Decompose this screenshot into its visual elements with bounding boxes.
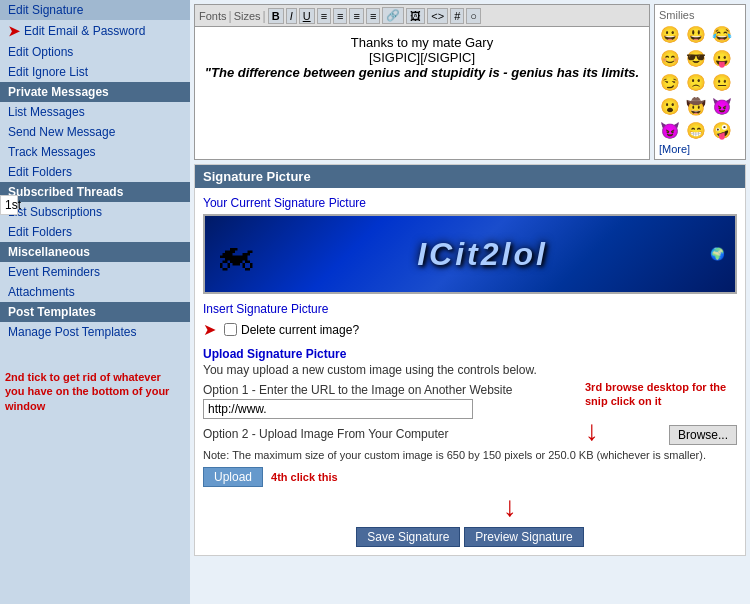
- delete-row: ➤ Delete current image?: [203, 320, 737, 339]
- smiley-1[interactable]: 😀: [659, 23, 681, 45]
- signature-preview: 🏍 ICit2lol 🌍: [203, 214, 737, 294]
- smiley-9[interactable]: 😐: [711, 71, 733, 93]
- misc-button[interactable]: ○: [466, 8, 481, 24]
- indent-button[interactable]: ≡: [349, 8, 363, 24]
- signature-picture-content: Your Current Signature Picture 🏍 ICit2lo…: [195, 188, 745, 555]
- sidebar-item-edit-ignore[interactable]: Edit Ignore List: [0, 62, 190, 82]
- smiley-8[interactable]: 🙁: [685, 71, 707, 93]
- option2-label: Option 2 - Upload Image From Your Comput…: [203, 427, 448, 441]
- sidebar-section-subscribed-threads: Subscribed Threads: [0, 182, 190, 202]
- image-button[interactable]: 🖼: [406, 8, 425, 24]
- annotation-fourth: 4th click this: [271, 471, 338, 483]
- source-button[interactable]: #: [450, 8, 464, 24]
- sig-line2: [SIGPIC][/SIGPIC]: [203, 50, 641, 65]
- sidebar-item-track-messages[interactable]: Track Messages: [0, 142, 190, 162]
- sidebar-item-attachments[interactable]: Attachments: [0, 282, 190, 302]
- upload-title: Upload Signature Picture: [203, 347, 737, 361]
- smiley-6[interactable]: 😛: [711, 47, 733, 69]
- note-text: Note: The maximum size of your custom im…: [203, 449, 737, 461]
- sidebar-item-event-reminders[interactable]: Event Reminders: [0, 262, 190, 282]
- save-row: Save Signature Preview Signature: [203, 527, 737, 547]
- sizes-label: Sizes: [234, 10, 261, 22]
- preview-signature-button[interactable]: Preview Signature: [464, 527, 583, 547]
- editor-toolbar: Fonts | Sizes | B I U ≡ ≡ ≡ ≡ 🔗 🖼 <> # ○: [195, 5, 649, 27]
- down-arrow-icon: ↓: [503, 491, 517, 523]
- delete-arrow-icon: ➤: [203, 320, 216, 339]
- upload-desc: You may upload a new custom image using …: [203, 363, 737, 377]
- sidebar-item-edit-signature[interactable]: Edit Signature: [0, 0, 190, 20]
- outdent-button[interactable]: ≡: [366, 8, 380, 24]
- globe-icon: 🌍: [710, 247, 725, 261]
- editor-content[interactable]: Thanks to my mate Gary [SIGPIC][/SIGPIC]…: [195, 27, 649, 107]
- annotation-third: 3rd browse desktop for the snip click on…: [585, 380, 745, 449]
- smiley-3[interactable]: 😂: [711, 23, 733, 45]
- url-input[interactable]: [203, 399, 473, 419]
- sig-quote: "The difference between genius and stupi…: [203, 65, 641, 80]
- upload-button[interactable]: Upload: [203, 467, 263, 487]
- signature-picture-section: Signature Picture Your Current Signature…: [194, 164, 746, 556]
- fonts-label: Fonts: [199, 10, 227, 22]
- link-button[interactable]: 🔗: [382, 7, 404, 24]
- main-content: Fonts | Sizes | B I U ≡ ≡ ≡ ≡ 🔗 🖼 <> # ○: [190, 0, 750, 604]
- editor-wrapper: Fonts | Sizes | B I U ≡ ≡ ≡ ≡ 🔗 🖼 <> # ○: [194, 4, 650, 160]
- signature-picture-header: Signature Picture: [195, 165, 745, 188]
- sidebar-item-send-new-message[interactable]: Send New Message: [0, 122, 190, 142]
- sig-line1: Thanks to my mate Gary: [203, 35, 641, 50]
- annotation-second: 2nd tick to get rid of whatever you have…: [5, 370, 175, 413]
- smiley-12[interactable]: 😈: [711, 95, 733, 117]
- sidebar-item-list-subscriptions[interactable]: List Subscriptions: [0, 202, 190, 222]
- bike-icon: 🏍: [215, 232, 255, 277]
- sidebar-item-edit-folders[interactable]: Edit Folders: [0, 162, 190, 182]
- delete-checkbox[interactable]: [224, 323, 237, 336]
- sidebar-item-edit-folders2[interactable]: Edit Folders: [0, 222, 190, 242]
- delete-label: Delete current image?: [241, 323, 359, 337]
- arrow-icon: ➤: [8, 23, 20, 39]
- smiley-2[interactable]: 😃: [685, 23, 707, 45]
- smiley-7[interactable]: 😏: [659, 71, 681, 93]
- sidebar-section-post-templates: Post Templates: [0, 302, 190, 322]
- smiley-13[interactable]: 😈: [659, 119, 681, 141]
- smiley-15[interactable]: 🤪: [711, 119, 733, 141]
- underline-button[interactable]: U: [299, 8, 315, 24]
- third-arrow-icon: ↓: [585, 413, 599, 449]
- insert-sig-link[interactable]: Insert Signature Picture: [203, 302, 328, 316]
- sidebar-section-miscellaneous: Miscellaneous: [0, 242, 190, 262]
- save-signature-button[interactable]: Save Signature: [356, 527, 460, 547]
- smiley-11[interactable]: 🤠: [685, 95, 707, 117]
- sidebar: Edit Signature ➤ Edit Email & Password E…: [0, 0, 190, 604]
- code-button[interactable]: <>: [427, 8, 448, 24]
- smilies-panel: Smilies 😀 😃 😂 😊 😎 😛 😏 🙁 😐 😮 🤠 😈 😈 😁: [654, 4, 746, 160]
- sidebar-item-list-messages[interactable]: List Messages: [0, 102, 190, 122]
- sidebar-section-private-messages: Private Messages: [0, 82, 190, 102]
- annotation-first: 1st: [0, 195, 18, 215]
- current-sig-label: Your Current Signature Picture: [203, 196, 737, 210]
- smilies-grid: 😀 😃 😂 😊 😎 😛 😏 🙁 😐 😮 🤠 😈 😈 😁 🤪: [659, 23, 741, 141]
- sidebar-item-edit-options[interactable]: Edit Options: [0, 42, 190, 62]
- list-button[interactable]: ≡: [333, 8, 347, 24]
- italic-button[interactable]: I: [286, 8, 297, 24]
- smilies-more-link[interactable]: [More]: [659, 143, 741, 155]
- smilies-title: Smilies: [659, 9, 741, 21]
- smiley-5[interactable]: 😎: [685, 47, 707, 69]
- align-button[interactable]: ≡: [317, 8, 331, 24]
- sidebar-item-manage-post-templates[interactable]: Manage Post Templates: [0, 322, 190, 342]
- smiley-4[interactable]: 😊: [659, 47, 681, 69]
- bold-button[interactable]: B: [268, 8, 284, 24]
- sidebar-item-edit-email[interactable]: ➤ Edit Email & Password: [0, 20, 190, 42]
- smiley-10[interactable]: 😮: [659, 95, 681, 117]
- sig-logo-text: ICit2lol: [255, 236, 710, 273]
- smiley-14[interactable]: 😁: [685, 119, 707, 141]
